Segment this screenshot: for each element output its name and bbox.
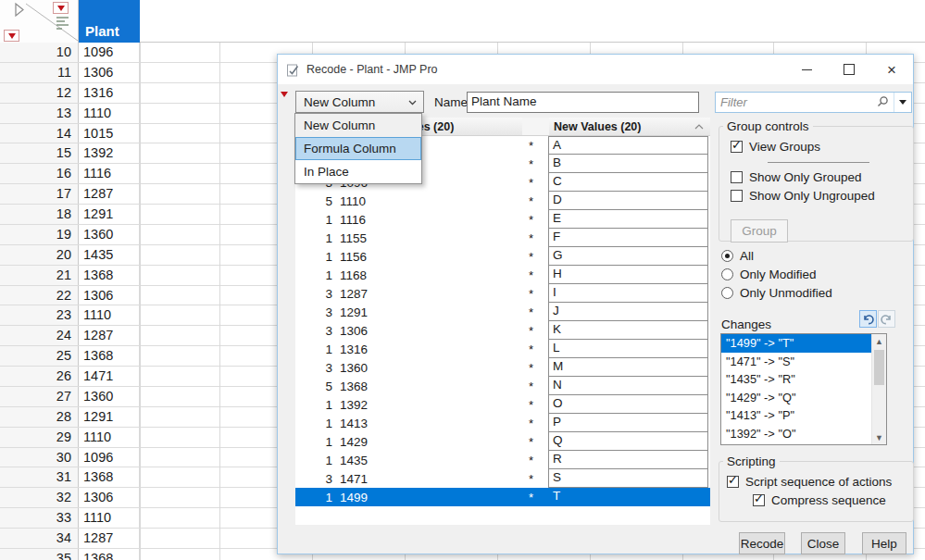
plant-value-cell[interactable]: 1306 [79, 63, 140, 82]
values-row[interactable]: 11116*E [295, 210, 710, 229]
plant-column-header[interactable]: Plant [79, 0, 140, 43]
plant-value-cell[interactable]: 1015 [79, 124, 140, 143]
plant-value-cell[interactable]: 1306 [79, 286, 140, 305]
new-value-input[interactable]: O [548, 395, 708, 414]
row-number-cell[interactable]: 12 [0, 83, 79, 103]
values-row[interactable]: 11413*P [295, 414, 710, 432]
dropdown-item-formula-column[interactable]: Formula Column [295, 137, 421, 160]
new-value-input[interactable]: C [548, 173, 708, 192]
plant-value-cell[interactable]: 1110 [79, 508, 140, 528]
changes-scrollbar[interactable]: ▲ ▼ [871, 334, 886, 444]
row-number-cell[interactable]: 22 [0, 286, 79, 305]
new-value-input[interactable]: S [548, 469, 708, 488]
scroll-up-icon[interactable]: ▲ [872, 334, 886, 348]
plant-value-cell[interactable]: 1287 [79, 184, 140, 204]
dropdown-item-in-place[interactable]: In Place [295, 160, 421, 183]
undo-button[interactable] [859, 310, 877, 328]
new-column-combobox[interactable]: New Column [295, 91, 424, 113]
show-only-ungrouped-checkbox[interactable]: Show Only Ungrouped [731, 189, 913, 203]
plant-value-cell[interactable]: 1360 [79, 387, 140, 406]
values-row[interactable]: 11429*Q [295, 432, 710, 451]
plant-value-cell[interactable]: 1287 [79, 326, 140, 345]
row-number-cell[interactable]: 11 [0, 63, 79, 82]
values-row[interactable]: 11499*T [295, 488, 710, 506]
changes-item[interactable]: "1435" -> "R" [721, 370, 871, 389]
plant-value-cell[interactable]: 1368 [79, 467, 140, 487]
new-value-input[interactable]: M [548, 358, 708, 377]
new-value-input[interactable]: Q [548, 432, 708, 451]
row-number-cell[interactable]: 21 [0, 266, 79, 285]
new-value-input[interactable]: G [548, 247, 708, 266]
row-number-cell[interactable]: 16 [0, 164, 79, 183]
plant-value-cell[interactable]: 1096 [79, 43, 140, 62]
dropdown-item-new-column[interactable]: New Column [295, 114, 421, 137]
script-sequence-checkbox[interactable]: Script sequence of actions [727, 475, 913, 489]
values-row[interactable]: 11155*F [295, 229, 710, 247]
row-number-cell[interactable]: 33 [0, 508, 79, 528]
new-value-input[interactable]: A [548, 136, 708, 155]
row-number-cell[interactable]: 18 [0, 205, 79, 224]
maximize-button[interactable] [828, 55, 870, 84]
row-number-cell[interactable]: 24 [0, 326, 79, 345]
new-value-input[interactable]: K [548, 321, 708, 340]
plant-value-cell[interactable]: 1110 [79, 104, 140, 123]
new-value-input[interactable]: E [548, 210, 708, 229]
filter-dropdown-button[interactable] [894, 100, 911, 105]
rows-menu-icon[interactable] [4, 30, 19, 42]
compress-sequence-checkbox[interactable]: Compress sequence [753, 493, 913, 507]
row-number-cell[interactable]: 13 [0, 104, 79, 123]
plant-value-cell[interactable]: 1110 [79, 305, 140, 325]
name-input[interactable]: Plant Name [467, 92, 699, 113]
new-value-input[interactable]: R [548, 451, 708, 469]
row-number-cell[interactable]: 17 [0, 184, 79, 204]
row-number-cell[interactable]: 26 [0, 367, 79, 386]
values-row[interactable]: 11156*G [295, 247, 710, 266]
plant-value-cell[interactable]: 1291 [79, 205, 140, 224]
values-row[interactable]: 11392*O [295, 395, 710, 414]
values-row[interactable]: 31360*M [295, 358, 710, 377]
row-number-cell[interactable]: 34 [0, 529, 79, 548]
red-triangle-menu-icon[interactable] [281, 92, 288, 97]
view-groups-checkbox[interactable]: View Groups [731, 140, 913, 154]
values-row[interactable]: 51110*D [295, 192, 710, 210]
columns-menu-icon[interactable] [53, 2, 69, 14]
plant-value-cell[interactable]: 1435 [79, 245, 140, 265]
changes-item[interactable]: "1429" -> "Q" [721, 389, 871, 407]
plant-value-cell[interactable]: 1471 [79, 367, 140, 386]
row-number-cell[interactable]: 23 [0, 305, 79, 325]
values-row[interactable]: 11435*R [295, 451, 710, 469]
plant-value-cell[interactable]: 1287 [79, 529, 140, 548]
table-corner-cell[interactable] [0, 0, 79, 43]
values-row[interactable]: 11168*H [295, 266, 710, 284]
changes-item[interactable]: "1413" -> "P" [721, 406, 871, 425]
radio-all[interactable]: All [721, 249, 832, 263]
plant-value-cell[interactable]: 1368 [79, 549, 140, 560]
redo-button[interactable] [878, 310, 895, 328]
plant-value-cell[interactable]: 1392 [79, 143, 140, 163]
new-value-input[interactable]: I [548, 284, 708, 303]
new-value-input[interactable]: J [548, 303, 708, 321]
row-number-cell[interactable]: 28 [0, 407, 79, 427]
plant-value-cell[interactable]: 1116 [79, 164, 140, 183]
show-only-grouped-checkbox[interactable]: Show Only Grouped [731, 170, 913, 184]
close-button[interactable]: × [870, 55, 913, 84]
row-number-cell[interactable]: 31 [0, 467, 79, 487]
values-row[interactable]: 31471*S [295, 469, 710, 488]
row-number-cell[interactable]: 30 [0, 448, 79, 467]
plant-value-cell[interactable]: 1360 [79, 225, 140, 244]
radio-only-unmodified[interactable]: Only Unmodified [721, 286, 832, 300]
scrollbar-thumb[interactable] [874, 350, 884, 385]
filter-input[interactable]: Filter [715, 92, 912, 113]
row-number-cell[interactable]: 35 [0, 549, 79, 560]
radio-only-modified[interactable]: Only Modified [721, 268, 832, 281]
row-number-cell[interactable]: 32 [0, 488, 79, 507]
plant-value-cell[interactable]: 1096 [79, 448, 140, 467]
values-row[interactable]: 31287*I [295, 284, 710, 303]
plant-value-cell[interactable]: 1368 [79, 266, 140, 285]
new-values-header[interactable]: New Values (20) [549, 118, 710, 136]
plant-value-cell[interactable]: 1368 [79, 346, 140, 366]
new-value-input[interactable]: D [548, 192, 708, 210]
new-value-input[interactable]: H [548, 266, 708, 284]
row-number-cell[interactable]: 29 [0, 428, 79, 447]
values-row[interactable]: 11316*L [295, 340, 710, 358]
